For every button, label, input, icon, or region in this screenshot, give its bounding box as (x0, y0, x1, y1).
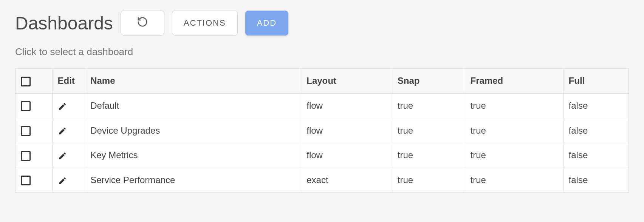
row-checkbox[interactable] (21, 151, 31, 161)
cell-framed: true (465, 118, 563, 143)
cell-full: false (563, 93, 629, 118)
page-title: Dashboards (15, 13, 113, 34)
refresh-button[interactable] (121, 11, 164, 35)
row-checkbox[interactable] (21, 101, 31, 111)
cell-name: Device Upgrades (85, 118, 301, 143)
cell-snap: true (392, 143, 465, 168)
add-button[interactable]: Add (245, 11, 288, 35)
pencil-icon[interactable] (58, 175, 67, 185)
actions-button[interactable]: Actions (172, 11, 238, 35)
cell-name: Key Metrics (85, 143, 301, 168)
cell-full: false (563, 143, 629, 168)
row-select-cell (15, 143, 53, 168)
page-subtitle: Click to select a dashboard (15, 46, 629, 58)
pencil-icon[interactable] (58, 125, 67, 136)
column-header-edit: Edit (52, 69, 85, 94)
pencil-icon[interactable] (58, 150, 67, 160)
cell-layout: flow (301, 93, 392, 118)
cell-layout: exact (301, 168, 392, 193)
table-row[interactable]: Service Performanceexacttruetruefalse (15, 168, 629, 193)
pencil-icon[interactable] (58, 100, 67, 111)
refresh-icon (137, 16, 148, 30)
table-row[interactable]: Defaultflowtruetruefalse (15, 93, 629, 118)
row-checkbox[interactable] (21, 176, 31, 185)
table-row[interactable]: Key Metricsflowtruetruefalse (15, 143, 629, 168)
column-header-name: Name (85, 69, 301, 94)
cell-name: Service Performance (85, 168, 301, 193)
row-select-cell (15, 93, 53, 118)
row-edit-cell (52, 118, 85, 143)
row-select-cell (15, 118, 53, 143)
cell-snap: true (392, 118, 465, 143)
table-header-row: Edit Name Layout Snap Framed Full (15, 69, 629, 94)
row-checkbox[interactable] (21, 126, 31, 136)
column-header-select (15, 69, 53, 94)
row-edit-cell (52, 93, 85, 118)
column-header-full: Full (563, 69, 629, 94)
cell-snap: true (392, 93, 465, 118)
cell-framed: true (465, 143, 563, 168)
table-row[interactable]: Device Upgradesflowtruetruefalse (15, 118, 629, 143)
cell-layout: flow (301, 143, 392, 168)
row-select-cell (15, 168, 53, 193)
column-header-layout: Layout (301, 69, 392, 94)
select-all-checkbox[interactable] (21, 77, 31, 86)
row-edit-cell (52, 168, 85, 193)
column-header-snap: Snap (392, 69, 465, 94)
column-header-framed: Framed (465, 69, 563, 94)
add-button-label: Add (257, 18, 277, 28)
cell-snap: true (392, 168, 465, 193)
actions-button-label: Actions (184, 18, 226, 28)
page-header: Dashboards Actions Add (15, 11, 629, 35)
cell-layout: flow (301, 118, 392, 143)
cell-full: false (563, 118, 629, 143)
cell-full: false (563, 168, 629, 193)
cell-framed: true (465, 168, 563, 193)
row-edit-cell (52, 143, 85, 168)
dashboards-table: Edit Name Layout Snap Framed Full Defaul… (15, 68, 629, 193)
cell-name: Default (85, 93, 301, 118)
cell-framed: true (465, 93, 563, 118)
